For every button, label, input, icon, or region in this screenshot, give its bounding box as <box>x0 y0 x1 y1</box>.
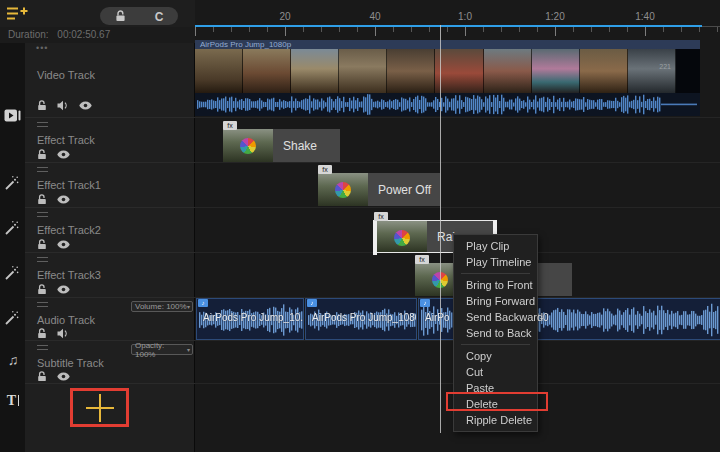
effect-clip-shake[interactable]: Shake <box>223 129 340 162</box>
menu-item-send-to-back[interactable]: Send to Back <box>454 325 537 341</box>
track-header-video[interactable]: Video Track <box>25 43 195 117</box>
ruler-tick-label: 20 <box>268 11 302 22</box>
menu-item-cut[interactable]: Cut <box>454 364 537 380</box>
lock-icon[interactable] <box>37 100 47 111</box>
effect-thumbnail <box>223 129 273 162</box>
menu-item-send-backward[interactable]: Send Backward <box>454 309 537 325</box>
film-frame <box>435 49 483 93</box>
menu-item-bring-forward[interactable]: Bring Forward <box>454 293 537 309</box>
track-header-effect2[interactable]: Effect Track2 <box>25 207 195 252</box>
audio-clip-label: AirPods Pro Jump_1080p <box>312 312 417 323</box>
ruler-tick <box>681 27 682 32</box>
menu-item-ripple-delete[interactable]: Ripple Delete <box>454 412 537 428</box>
duration-label: Duration: <box>8 29 49 40</box>
track-header-audio[interactable]: Volume: 100% Audio Track <box>25 297 195 340</box>
audio-track-icon <box>4 351 22 367</box>
visibility-eye-icon[interactable] <box>57 150 70 159</box>
music-note-badge <box>307 299 317 307</box>
track-name: Effect Track <box>37 134 95 146</box>
track-header-effect3[interactable]: Effect Track3 <box>25 252 195 297</box>
ruler-tick-label: 40 <box>358 11 392 22</box>
mute-icon[interactable] <box>57 100 69 111</box>
lock-toggle-icon[interactable] <box>115 10 126 22</box>
audio-clip[interactable]: AirPods Pro Jump_1080p <box>305 298 417 340</box>
effect-clip-label: Shake <box>283 139 317 153</box>
visibility-eye-icon[interactable] <box>79 101 92 110</box>
spinner-arrows-icon[interactable] <box>187 345 190 355</box>
magnet-snap-icon[interactable] <box>155 7 164 25</box>
drag-handle-icon[interactable] <box>37 345 48 350</box>
music-note-badge <box>198 299 208 307</box>
effect-track1-icon <box>4 220 22 236</box>
drag-handle-icon[interactable] <box>36 43 48 53</box>
menu-item-play-clip[interactable]: Play Clip <box>454 238 537 254</box>
ruler-tick <box>501 27 502 32</box>
audio-waveform <box>531 299 720 340</box>
ruler-tick <box>627 27 628 32</box>
lock-icon[interactable] <box>37 149 47 160</box>
lock-icon[interactable] <box>37 194 47 205</box>
track-header-subtitle[interactable]: Opacity: 100% Subtitle Track <box>25 340 195 383</box>
drag-handle-icon[interactable] <box>37 302 48 307</box>
filmstrip-thumbnails: 221 <box>195 49 676 93</box>
effect-clip-power-off[interactable]: Power Off <box>318 173 440 206</box>
time-ruler[interactable]: 20401:01:201:40 <box>195 0 720 43</box>
timeline-toolbar <box>0 0 195 27</box>
visibility-eye-icon[interactable] <box>57 285 70 294</box>
ruler-tick <box>249 27 250 32</box>
snap-controls <box>100 7 178 25</box>
video-track-icon <box>4 109 22 125</box>
video-clip-filmstrip[interactable]: 221 <box>195 49 700 93</box>
track-header-effect1[interactable]: Effect Track1 <box>25 162 195 207</box>
visibility-eye-icon[interactable] <box>57 240 70 249</box>
ruler-tick <box>609 27 610 32</box>
visibility-eye-icon[interactable] <box>57 195 70 204</box>
ruler-tick <box>267 27 268 32</box>
lock-icon[interactable] <box>37 328 47 339</box>
video-clip-title[interactable]: AirPods Pro Jump_1080p <box>195 40 700 49</box>
opacity-dropdown[interactable]: Opacity: 100% <box>131 344 193 355</box>
lock-icon[interactable] <box>37 371 47 382</box>
audio-clip[interactable]: AirPods Pro Jump_10... <box>196 298 304 340</box>
trim-handle-left[interactable] <box>373 220 377 255</box>
track-name: Effect Track3 <box>37 269 101 281</box>
audio-clip[interactable]: t-0 <box>530 298 720 340</box>
add-track-menu-icon[interactable] <box>6 5 28 22</box>
ruler-tick <box>321 27 322 32</box>
drag-handle-icon[interactable] <box>37 257 48 262</box>
drag-handle-icon[interactable] <box>37 212 48 217</box>
effect-track2-icon <box>4 265 22 281</box>
ruler-tick <box>375 27 376 36</box>
ruler-tick <box>699 27 700 32</box>
lock-icon[interactable] <box>37 239 47 250</box>
audio-clip-label: AirPods Pro Jump_10... <box>203 312 304 323</box>
track-header-effect[interactable]: Effect Track <box>25 117 195 162</box>
menu-separator <box>461 273 530 274</box>
ruler-tick-label: 1:20 <box>538 11 572 22</box>
film-frame <box>387 49 435 93</box>
effect-clip-label: Power Off <box>378 183 431 197</box>
subtitle-track-icon: T <box>4 393 22 409</box>
track-type-strip: T <box>0 43 25 452</box>
menu-item-play-timeline[interactable]: Play Timeline <box>454 254 537 270</box>
ruler-progress-line <box>195 25 702 27</box>
film-frame <box>291 49 339 93</box>
film-frame <box>243 49 291 93</box>
menu-item-bring-to-front[interactable]: Bring to Front <box>454 277 537 293</box>
volume-dropdown[interactable]: Volume: 100% <box>131 301 193 312</box>
visibility-eye-icon[interactable] <box>57 372 70 381</box>
mute-icon[interactable] <box>57 328 69 339</box>
spinner-arrows-icon[interactable] <box>187 302 190 312</box>
ruler-tick <box>663 27 664 32</box>
drag-handle-icon[interactable] <box>37 167 48 172</box>
playhead[interactable] <box>440 25 441 433</box>
drag-handle-icon[interactable] <box>37 122 48 127</box>
ruler-tick-label: 1:0 <box>448 11 482 22</box>
fx-badge: fx <box>415 255 429 264</box>
track-name: Effect Track2 <box>37 224 101 236</box>
ruler-tick <box>285 27 286 36</box>
lock-icon[interactable] <box>37 284 47 295</box>
audio-clip-label: AirPo <box>425 312 449 323</box>
effect-thumbnail <box>318 173 368 206</box>
menu-item-copy[interactable]: Copy <box>454 348 537 364</box>
